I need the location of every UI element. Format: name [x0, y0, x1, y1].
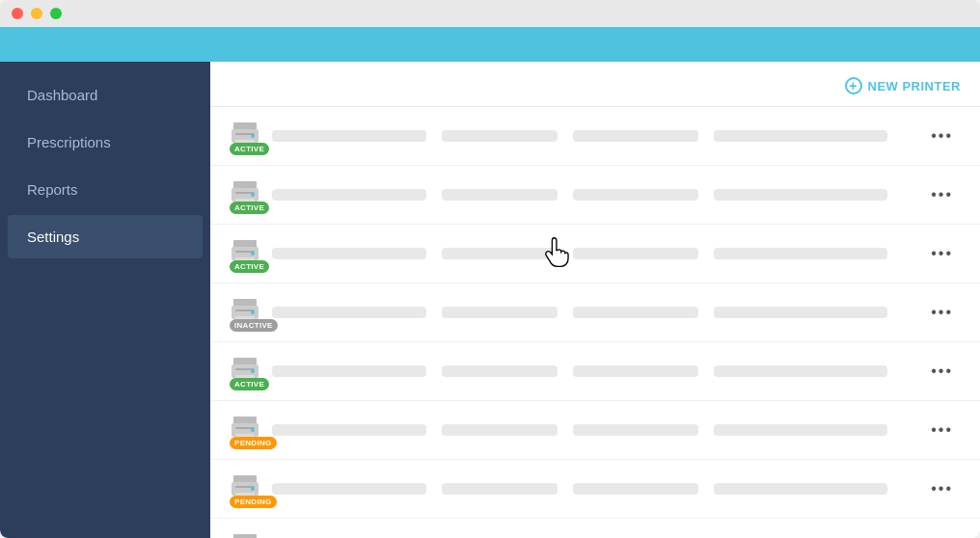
printer-info — [272, 424, 912, 436]
printer-location-skeleton — [714, 365, 887, 377]
printer-location-skeleton — [714, 130, 887, 142]
printer-detail-skeleton — [442, 248, 558, 259]
more-options-button[interactable]: ••• — [923, 241, 961, 266]
printer-icon: ACTIVE — [230, 179, 260, 210]
more-options-button[interactable]: ••• — [923, 300, 961, 325]
svg-rect-20 — [233, 358, 257, 365]
more-options-button[interactable]: ••• — [923, 123, 961, 148]
table-row: PENDING ••• — [210, 460, 980, 519]
minimize-button[interactable] — [31, 8, 42, 19]
printer-info — [272, 307, 912, 318]
title-bar — [0, 0, 980, 27]
printer-name-skeleton — [272, 483, 426, 495]
printer-icon: INACTIVE — [230, 532, 260, 538]
more-options-button[interactable]: ••• — [923, 182, 961, 207]
maximize-button[interactable] — [50, 8, 62, 19]
printer-detail-skeleton — [442, 130, 558, 142]
status-badge: ACTIVE — [230, 260, 269, 273]
sidebar-item-dashboard[interactable]: Dashboard — [8, 73, 203, 117]
printer-icon: INACTIVE — [230, 297, 260, 328]
status-badge: ACTIVE — [230, 143, 269, 155]
printer-name-skeleton — [272, 130, 426, 142]
svg-rect-5 — [233, 181, 257, 189]
printer-name-skeleton — [272, 307, 426, 318]
printer-status-skeleton — [573, 424, 698, 436]
printer-icon: PENDING — [230, 473, 260, 504]
table-row: INACTIVE ••• — [210, 519, 980, 538]
printer-name-skeleton — [272, 189, 426, 201]
printer-status-skeleton — [573, 189, 698, 201]
printer-status-skeleton — [573, 365, 698, 377]
printer-icon: PENDING — [230, 415, 260, 445]
printer-name-skeleton — [272, 365, 426, 377]
printer-detail-skeleton — [442, 483, 558, 495]
svg-point-19 — [251, 310, 255, 314]
status-badge: ACTIVE — [230, 202, 269, 214]
printer-info — [272, 130, 912, 142]
printer-location-skeleton — [714, 248, 887, 259]
sidebar: Dashboard Prescriptions Reports Settings — [0, 62, 210, 538]
svg-point-24 — [251, 369, 255, 373]
printer-location-skeleton — [714, 189, 887, 201]
top-bar — [0, 27, 980, 62]
printer-detail-skeleton — [442, 189, 558, 201]
close-button[interactable] — [12, 8, 23, 19]
status-badge: ACTIVE — [230, 378, 269, 390]
main-content: + NEW PRINTER — [210, 62, 980, 538]
sidebar-item-reports[interactable]: Reports — [8, 168, 203, 211]
sidebar-item-prescriptions[interactable]: Prescriptions — [8, 121, 203, 164]
table-row: ACTIVE ••• — [210, 107, 980, 166]
table-row: PENDING ••• — [210, 401, 980, 460]
status-badge: PENDING — [230, 496, 277, 508]
svg-point-34 — [251, 487, 255, 491]
printer-status-skeleton — [573, 483, 698, 495]
printer-status-skeleton — [573, 130, 698, 142]
more-options-button[interactable]: ••• — [923, 359, 961, 384]
svg-rect-30 — [233, 475, 257, 483]
more-options-button[interactable]: ••• — [923, 417, 961, 443]
printer-info — [272, 189, 912, 201]
status-badge: PENDING — [230, 437, 277, 449]
svg-rect-25 — [233, 417, 257, 424]
printer-location-skeleton — [714, 307, 887, 318]
printer-info — [272, 365, 912, 377]
printer-detail-skeleton — [442, 365, 558, 377]
more-options-button[interactable]: ••• — [923, 476, 961, 501]
printer-icon: ACTIVE — [230, 356, 260, 387]
app-window: Dashboard Prescriptions Reports Settings… — [0, 0, 980, 538]
svg-point-4 — [251, 134, 255, 138]
printer-list: ACTIVE ••• — [210, 107, 980, 538]
printer-status-skeleton — [573, 307, 698, 318]
svg-point-9 — [251, 193, 255, 197]
printer-info — [272, 248, 912, 259]
table-row: ACTIVE ••• — [210, 225, 980, 283]
printer-location-skeleton — [714, 424, 887, 436]
printer-detail-skeleton — [442, 307, 558, 318]
main-header: + NEW PRINTER — [210, 62, 980, 107]
svg-rect-0 — [233, 122, 257, 130]
table-row: ACTIVE ••• — [210, 342, 980, 401]
sidebar-item-settings[interactable]: Settings — [8, 215, 203, 258]
printer-icon: ACTIVE — [230, 238, 260, 269]
printer-status-skeleton — [573, 248, 698, 259]
new-printer-button[interactable]: + NEW PRINTER — [845, 77, 962, 94]
svg-point-29 — [251, 428, 255, 432]
status-badge: INACTIVE — [230, 319, 278, 332]
table-row: INACTIVE ••• — [210, 283, 980, 342]
printer-detail-skeleton — [442, 424, 558, 436]
plus-circle-icon: + — [845, 77, 862, 94]
printer-icon: ACTIVE — [230, 121, 260, 151]
app-body: Dashboard Prescriptions Reports Settings… — [0, 62, 980, 538]
svg-rect-15 — [233, 299, 257, 307]
printer-name-skeleton — [272, 248, 426, 259]
table-row: ACTIVE ••• — [210, 166, 980, 225]
printer-location-skeleton — [714, 483, 887, 495]
svg-point-14 — [251, 252, 255, 256]
svg-rect-10 — [233, 240, 257, 248]
svg-rect-35 — [233, 534, 257, 538]
printer-name-skeleton — [272, 424, 426, 436]
printer-info — [272, 483, 912, 495]
